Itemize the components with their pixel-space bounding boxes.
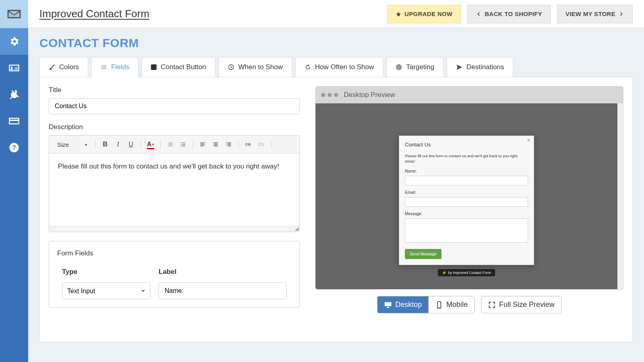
form-field-row: Text Input: [57, 282, 291, 299]
expand-icon: [488, 301, 496, 309]
popup-name-label: Name:: [405, 169, 528, 173]
tab-fields[interactable]: Fields: [91, 57, 138, 77]
tab-destinations[interactable]: Destinations: [447, 57, 514, 77]
mobile-toggle[interactable]: Mobile: [428, 296, 474, 313]
text-color-button[interactable]: A▾: [145, 139, 156, 150]
align-left-button[interactable]: [197, 139, 208, 150]
editor-toolbar: Size▾ B I U A▾: [49, 136, 299, 154]
title-label: Title: [49, 86, 300, 94]
description-label: Description: [49, 123, 300, 131]
upgrade-button[interactable]: UPGRADE NOW: [387, 5, 461, 23]
title-input[interactable]: [49, 98, 300, 114]
form-fields-block: Form Fields Type Label Text Input: [49, 241, 300, 308]
refresh-icon: [305, 64, 311, 70]
svg-point-7: [181, 144, 182, 145]
tab-targeting[interactable]: Targeting: [386, 57, 444, 77]
preview-title: Desktop Preview: [344, 91, 395, 99]
caret-down-icon: ▾: [85, 142, 87, 147]
popup-title: Contact Us: [405, 142, 528, 148]
popup-description: Please fill out this form to contact us …: [405, 153, 528, 164]
section-title: CONTACT FORM: [39, 36, 633, 50]
svg-point-8: [181, 146, 182, 146]
popup-message-label: Message:: [405, 212, 528, 216]
list-icon: [101, 64, 107, 70]
ordered-list-button[interactable]: [165, 139, 176, 150]
credit-card-icon: [8, 115, 20, 127]
chevron-left-icon: [476, 11, 481, 17]
square-icon: [151, 64, 157, 70]
resize-grip[interactable]: [295, 227, 299, 231]
sidebar-item-integrations[interactable]: [0, 81, 28, 108]
app-logo: [0, 0, 28, 28]
link-button[interactable]: [243, 139, 254, 150]
desktop-toggle[interactable]: Desktop: [378, 296, 428, 313]
window-dots: [321, 93, 338, 97]
tabs: Colors Fields Contact Button When to Sho…: [39, 57, 633, 77]
star-icon: [396, 11, 401, 17]
size-selector[interactable]: Size▾: [53, 140, 91, 150]
underline-button[interactable]: U: [125, 139, 136, 150]
popup-close-button[interactable]: ×: [526, 138, 531, 143]
tab-colors[interactable]: Colors: [39, 57, 88, 77]
unordered-list-button[interactable]: [178, 139, 189, 150]
svg-point-10: [439, 307, 440, 308]
description-textarea[interactable]: Please fill out this form to contact us …: [49, 154, 299, 226]
unlink-button[interactable]: [256, 139, 267, 150]
help-icon: ?: [8, 142, 20, 153]
preview-stage: × Contact Us Please fill out this form t…: [316, 103, 623, 289]
target-icon: [396, 64, 402, 70]
header: Improved Contact Form UPGRADE NOW BACK T…: [28, 0, 644, 28]
column-type: Type: [62, 268, 151, 276]
preview-window: Desktop Preview × Contact Us Please fill…: [315, 86, 623, 290]
view-store-button[interactable]: VIEW MY STORE: [557, 5, 633, 23]
chevron-right-icon: [619, 11, 624, 17]
panel: Title Description Size▾ B I U: [39, 77, 633, 342]
plug-icon: [8, 89, 20, 100]
bold-button[interactable]: B: [99, 139, 111, 150]
popup-name-input[interactable]: [405, 176, 528, 185]
italic-button[interactable]: I: [112, 139, 124, 150]
tab-when-to-show[interactable]: When to Show: [219, 57, 292, 77]
powered-by-badge: ⚡ by Improved Contact Form: [438, 269, 495, 276]
field-label-input[interactable]: [159, 282, 287, 299]
popup-email-input[interactable]: [405, 197, 528, 207]
monitor-icon: [384, 301, 392, 309]
id-card-icon: [8, 62, 20, 74]
tab-how-often[interactable]: How Often to Show: [295, 57, 383, 77]
align-center-button[interactable]: [210, 139, 221, 150]
sidebar-item-form[interactable]: [0, 55, 28, 81]
sidebar-item-billing[interactable]: [0, 108, 28, 134]
app-title[interactable]: Improved Contact Form: [39, 8, 149, 20]
column-label: Label: [159, 268, 287, 276]
sidebar-item-help[interactable]: ?: [0, 134, 28, 161]
svg-point-5: [398, 67, 400, 68]
svg-point-6: [181, 142, 182, 143]
clock-icon: [228, 64, 234, 70]
back-to-shopify-button[interactable]: BACK TO SHOPIFY: [467, 5, 551, 23]
svg-text:?: ?: [12, 144, 16, 151]
tab-contact-button[interactable]: Contact Button: [142, 57, 215, 77]
form-fields-heading: Form Fields: [57, 249, 291, 257]
mobile-icon: [435, 301, 443, 309]
send-icon: [456, 64, 462, 70]
full-size-preview-button[interactable]: Full Size Preview: [481, 296, 561, 313]
sidebar: ?: [0, 0, 28, 362]
preview-toggles: Desktop Mobile Full Size Preview: [315, 296, 623, 313]
popup-send-button[interactable]: Send Message: [405, 249, 442, 259]
align-right-button[interactable]: [223, 139, 234, 150]
popup-email-label: Email:: [405, 190, 528, 195]
gears-icon: [8, 36, 20, 47]
description-editor: Size▾ B I U A▾: [49, 135, 300, 232]
contact-popup: × Contact Us Please fill out this form t…: [399, 136, 534, 265]
popup-message-textarea[interactable]: [405, 218, 528, 243]
brush-icon: [49, 64, 55, 70]
bolt-icon: ⚡: [442, 271, 446, 275]
field-type-select[interactable]: Text Input: [62, 282, 151, 299]
sidebar-item-settings[interactable]: [0, 28, 28, 55]
envelope-icon: [7, 7, 21, 21]
